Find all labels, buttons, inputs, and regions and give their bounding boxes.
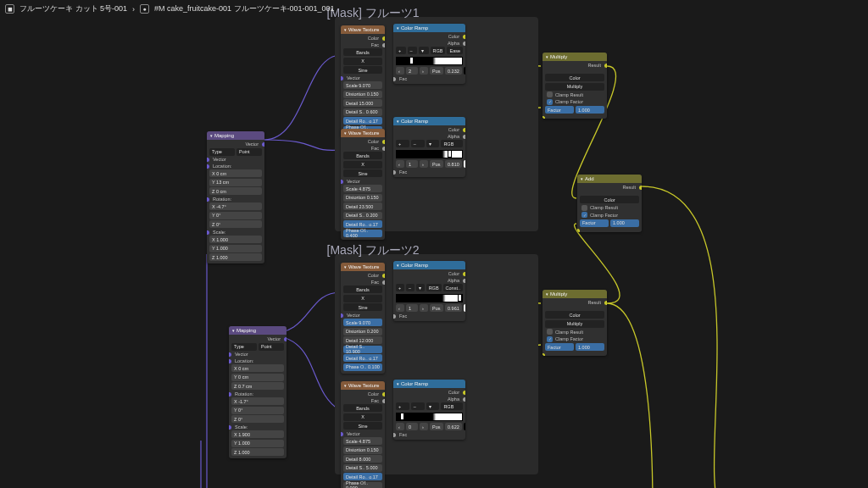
distortion[interactable]: Distortion 0.200 [343,328,382,336]
node-ramp-1[interactable]: ▾Color Ramp Color Alpha + – ▾ RGB Ease ‹… [393,24,465,84]
ramp-add[interactable]: + [396,47,406,54]
wave-profile[interactable]: Sine [343,422,382,430]
phase[interactable]: Phase Of.. 0.000 [343,482,382,489]
node-header[interactable]: ▾Multiply [542,290,607,298]
ramp-interp[interactable]: Const.. [443,284,463,291]
ramp-prev[interactable]: ‹ [396,423,404,430]
wave-type[interactable]: Bands [343,48,382,56]
clamp-result[interactable]: Clamp Result [545,92,604,97]
loc-x[interactable]: X 0 cm [209,169,262,177]
node-header[interactable]: ▾Color Ramp [393,117,465,125]
wave-profile[interactable]: Sine [343,303,382,311]
ramp-menu[interactable]: ▾ [416,284,425,291]
clamp-result[interactable]: Clamp Result [545,329,604,335]
clamp-factor[interactable]: ✓Clamp Factor [545,99,604,105]
rot-x[interactable]: X -1.7° [231,397,284,405]
ramp-color[interactable] [464,304,465,312]
node-ramp-2[interactable]: ▾Color Ramp Color Alpha + – ▾ RGB ‹ 1 › … [393,117,465,177]
type-select[interactable]: Point [236,148,262,156]
node-wave-d[interactable]: ▾Wave Texture Color Fac Bands X Sine Vec… [341,381,385,488]
scale-x[interactable]: X 1.000 [209,236,262,243]
ramp-pos[interactable]: 0.232 [445,67,462,75]
collapse-icon[interactable]: ▾ [581,175,583,183]
phase[interactable]: Phase Of.. 0.400 [343,230,382,237]
ramp-index[interactable]: 2 [406,67,418,75]
ramp-menu[interactable]: ▾ [426,140,440,147]
node-add[interactable]: ▾Add Result Color Clamp Result ✓Clamp Fa… [577,175,642,232]
wave-dir[interactable]: X [343,295,382,302]
node-header[interactable]: ▾Wave Texture [341,381,385,390]
node-multiply-1[interactable]: ▾Multiply Result Color Multiply Clamp Re… [542,53,607,119]
ramp-color[interactable] [464,423,465,430]
ramp-next[interactable]: › [420,160,428,168]
loc-x[interactable]: X 0 cm [231,364,284,372]
detail-scale[interactable]: Detail S.. 0.200 [343,212,382,219]
node-header[interactable]: ▾Add [577,175,642,183]
ramp-gradient[interactable] [396,150,463,158]
detail[interactable]: Detail 23.500 [343,202,382,210]
distortion[interactable]: Distortion 0.150 [343,194,382,202]
node-wave-b[interactable]: ▾Wave Texture Color Fac Bands X Sine Vec… [341,129,385,240]
scale[interactable]: Scale 4.875 [343,185,382,192]
ramp-mode[interactable]: RGB [441,140,463,147]
wave-profile[interactable]: Sine [343,169,382,177]
collapse-icon[interactable]: ▾ [344,382,347,390]
factor-val[interactable]: 1.000 [576,343,604,351]
phase[interactable]: Phase O.. 0.100 [343,363,382,371]
detail-scale[interactable]: Detail S.. 5.000 [343,464,382,472]
detail[interactable]: Detail 15.000 [343,99,382,107]
detail-rough[interactable]: Detail Ro.. o.17 [343,473,382,480]
node-multiply-2[interactable]: ▾Multiply Result Color Multiply Clamp Re… [542,290,607,356]
wave-dir[interactable]: X [343,161,382,169]
rot-z[interactable]: Z 0° [209,220,262,228]
loc-z[interactable]: Z 0.7 cm [231,382,284,390]
breadcrumb-material[interactable]: #M cake_fruitcake-001 フルーツケーキ-001-001_00… [154,3,335,14]
node-header[interactable]: ▾Mapping [207,131,264,140]
node-wave-c[interactable]: ▾Wave Texture Color Fac Bands X Sine Vec… [341,263,385,374]
ramp-mode[interactable]: RGB [426,284,442,291]
detail[interactable]: Detail 8.000 [343,455,382,463]
detail-scale[interactable]: Detail S.. 0.600 [343,108,382,116]
collapse-icon[interactable]: ▾ [210,132,213,140]
collapse-icon[interactable]: ▾ [546,53,548,61]
wave-dir[interactable]: X [343,413,382,421]
collapse-icon[interactable]: ▾ [397,25,399,32]
ramp-pos[interactable]: 0.961 [445,304,462,312]
ramp-pos[interactable]: 0.810 [445,160,462,168]
collapse-icon[interactable]: ▾ [397,262,399,269]
ramp-next[interactable]: › [420,304,428,312]
node-wave-a[interactable]: ▾Wave Texture Color Fac Bands X Sine Vec… [341,25,385,136]
scale[interactable]: Scale 9.070 [343,81,382,89]
scale[interactable]: Scale 9.070 [343,319,382,326]
blend-type[interactable]: Color [580,196,639,203]
blend-type[interactable]: Color [545,74,604,81]
collapse-icon[interactable]: ▾ [232,327,235,335]
ramp-index[interactable]: 0 [406,423,418,430]
ramp-menu[interactable]: ▾ [419,47,429,54]
ramp-remove[interactable]: – [408,47,418,54]
ramp-menu[interactable]: ▾ [426,402,440,410]
distortion[interactable]: Distortion 0.150 [343,91,382,98]
distortion[interactable]: Distortion 0.150 [343,446,382,454]
scale-y[interactable]: Y 1.000 [209,245,262,252]
ramp-gradient[interactable] [396,413,463,421]
ramp-next[interactable]: › [420,67,428,75]
blend-mode[interactable]: Multiply [545,83,604,91]
node-ramp-3[interactable]: ▾Color Ramp Color Alpha + – ▾ RGB Const.… [393,261,465,321]
node-header[interactable]: ▾Color Ramp [393,380,465,388]
loc-y[interactable]: Y 0 cm [231,374,284,381]
rot-y[interactable]: Y 0° [209,212,262,219]
scale[interactable]: Scale 4.875 [343,437,382,445]
scale-z[interactable]: Z 1.000 [209,253,262,261]
ramp-gradient[interactable] [396,57,463,65]
node-header[interactable]: ▾Wave Texture [341,25,385,34]
loc-y[interactable]: Y 13 cm [209,179,262,186]
ramp-mode[interactable]: RGB [441,402,463,410]
type-select[interactable]: Point [259,343,284,351]
node-header[interactable]: ▾Wave Texture [341,129,385,137]
collapse-icon[interactable]: ▾ [344,263,347,271]
blend-mode[interactable]: Multiply [545,320,604,328]
blend-type[interactable]: Color [545,311,604,319]
ramp-remove[interactable]: – [406,284,415,291]
ramp-color[interactable] [464,160,465,168]
